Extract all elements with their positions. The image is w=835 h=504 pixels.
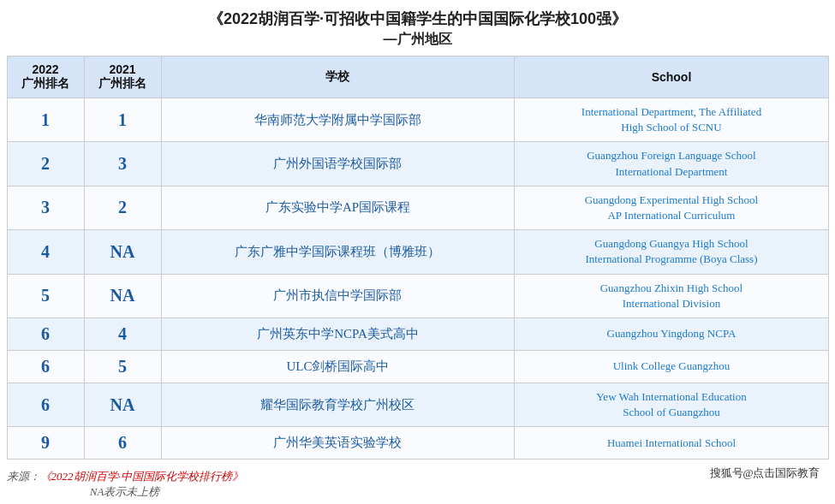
cell-school-cn: 广州外国语学校国际部: [161, 142, 515, 186]
cell-rank2022: 1: [7, 98, 84, 142]
table-row: 6NA耀华国际教育学校广州校区Yew Wah International Edu…: [7, 382, 828, 426]
cell-school-en: International Department, The Affiliated…: [515, 98, 828, 142]
footer-brand: 搜狐号@点击国际教育: [710, 465, 829, 481]
cell-rank2022: 6: [7, 382, 84, 426]
cell-school-cn: 广东实验中学AP国际课程: [161, 186, 515, 229]
sub-title: —广州地区: [7, 31, 829, 49]
cell-rank2021: NA: [84, 230, 161, 274]
cell-school-cn: ULC剑桥国际高中: [161, 350, 515, 382]
cell-rank2022: 3: [7, 186, 84, 229]
cell-school-en: Huamei International School: [515, 427, 828, 460]
cell-school-cn: 广州英东中学NCPA美式高中: [161, 317, 515, 350]
cell-rank2021: 4: [84, 317, 161, 350]
cell-school-en: Ulink College Guangzhou: [515, 350, 828, 382]
main-title: 《2022胡润百学·可招收中国籍学生的中国国际化学校100强》: [7, 9, 829, 29]
na-note: NA表示未上榜: [90, 485, 160, 498]
table-header-row: 2022广州排名 2021广州排名 学校 School: [7, 56, 828, 98]
table-row: 5NA广州市执信中学国际部Guangzhou Zhixin High Schoo…: [7, 274, 828, 317]
cell-rank2021: 3: [84, 142, 161, 186]
cell-rank2022: 2: [7, 142, 84, 186]
cell-school-cn: 广州市执信中学国际部: [161, 274, 515, 317]
header-rank2021: 2021广州排名: [84, 56, 161, 98]
cell-rank2022: 5: [7, 274, 84, 317]
cell-rank2022: 9: [7, 427, 84, 460]
cell-school-en: Guangzhou Zhixin High SchoolInternationa…: [515, 274, 828, 317]
main-content: 《2022胡润百学·可招收中国籍学生的中国国际化学校100强》 —广州地区 20…: [7, 9, 829, 500]
source-text: 《2022胡润百学·中国国际化学校排行榜》: [40, 470, 243, 483]
cell-school-cn: 广州华美英语实验学校: [161, 427, 515, 460]
cell-rank2022: 4: [7, 230, 84, 274]
table-row: 11华南师范大学附属中学国际部International Department,…: [7, 98, 828, 142]
cell-school-en: Guangdong Experimental High SchoolAP Int…: [515, 186, 828, 229]
table-row: 65ULC剑桥国际高中Ulink College Guangzhou: [7, 350, 828, 382]
cell-rank2021: 5: [84, 350, 161, 382]
cell-rank2021: 6: [84, 427, 161, 460]
source-label: 来源：: [7, 470, 40, 483]
ranking-table: 2022广州排名 2021广州排名 学校 School 11华南师范大学附属中学…: [7, 56, 829, 460]
cell-rank2021: 1: [84, 98, 161, 142]
header-rank2022: 2022广州排名: [7, 56, 84, 98]
cell-school-en: Guangzhou Yingdong NCPA: [515, 317, 828, 350]
cell-rank2021: NA: [84, 382, 161, 426]
cell-rank2021: 2: [84, 186, 161, 229]
footer-note: 来源：《2022胡润百学·中国国际化学校排行榜》 NA表示未上榜: [7, 469, 243, 500]
cell-school-en: Yew Wah International EducationSchool of…: [515, 382, 828, 426]
cell-school-en: Guangdong Guangya High SchoolInternation…: [515, 230, 828, 274]
cell-school-en: Guangzhou Foreign Language SchoolInterna…: [515, 142, 828, 186]
table-row: 64广州英东中学NCPA美式高中Guangzhou Yingdong NCPA: [7, 317, 828, 350]
header-school-cn: 学校: [161, 56, 515, 98]
cell-rank2022: 6: [7, 350, 84, 382]
cell-rank2022: 6: [7, 317, 84, 350]
table-row: 96广州华美英语实验学校Huamei International School: [7, 427, 828, 460]
cell-rank2021: NA: [84, 274, 161, 317]
cell-school-cn: 华南师范大学附属中学国际部: [161, 98, 515, 142]
cell-school-cn: 耀华国际教育学校广州校区: [161, 382, 515, 426]
header-school-en: School: [515, 56, 828, 98]
table-row: 32广东实验中学AP国际课程Guangdong Experimental Hig…: [7, 186, 828, 229]
table-row: 23广州外国语学校国际部Guangzhou Foreign Language S…: [7, 142, 828, 186]
cell-school-cn: 广东广雅中学国际课程班（博雅班）: [161, 230, 515, 274]
table-row: 4NA广东广雅中学国际课程班（博雅班）Guangdong Guangya Hig…: [7, 230, 828, 274]
